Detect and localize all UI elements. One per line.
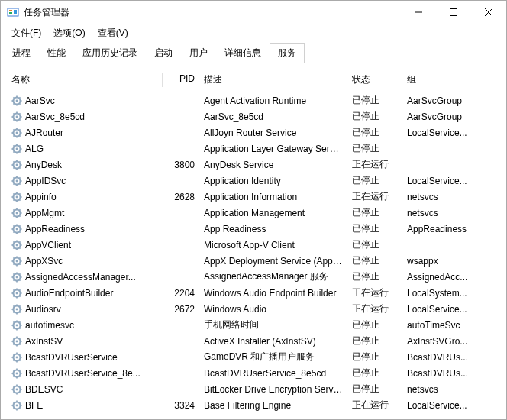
table-row[interactable]: Appinfo 2628 Application Information 正在运… <box>1 189 506 205</box>
table-row[interactable]: BDESVC BitLocker Drive Encryption Servic… <box>1 381 506 397</box>
gear-icon <box>11 304 22 315</box>
service-description: Microsoft App-V Client <box>199 238 347 252</box>
svg-line-85 <box>19 215 20 216</box>
svg-line-17 <box>19 97 20 98</box>
svg-point-199 <box>16 404 18 406</box>
service-status: 已停止 <box>347 108 402 124</box>
service-name: Audiosrv <box>25 304 61 315</box>
svg-line-195 <box>19 392 20 393</box>
svg-line-14 <box>13 97 14 98</box>
svg-line-154 <box>13 321 14 322</box>
svg-line-135 <box>19 296 20 296</box>
close-button[interactable] <box>471 1 506 24</box>
gear-icon <box>11 144 22 154</box>
table-row[interactable]: AppVClient Microsoft App-V Client 已停止 <box>1 237 506 253</box>
svg-line-64 <box>13 177 14 178</box>
table-row[interactable]: BcastDVRUserService_8e... BcastDVRUserSe… <box>1 365 506 381</box>
service-group: netsvcs <box>402 383 486 396</box>
service-description: Application Layer Gateway Service <box>199 142 347 156</box>
menu-options[interactable]: 选项(O) <box>47 25 91 39</box>
service-pid <box>163 179 199 183</box>
service-description: Agent Activation Runtime <box>199 94 347 108</box>
svg-line-24 <box>13 113 14 114</box>
svg-point-99 <box>16 244 18 246</box>
svg-line-27 <box>19 113 20 114</box>
service-group <box>402 147 486 150</box>
svg-line-184 <box>13 370 14 370</box>
service-name: BFE <box>25 400 43 411</box>
table-row[interactable]: ALG Application Layer Gateway Service 已停… <box>1 141 506 157</box>
tab-details[interactable]: 详细信息 <box>216 43 270 63</box>
gear-icon <box>11 352 22 363</box>
svg-line-55 <box>19 167 20 168</box>
table-row[interactable]: AarSvc_8e5cd AarSvc_8e5cd 已停止 AarSvcGrou… <box>1 108 506 124</box>
tab-processes[interactable]: 进程 <box>4 43 39 63</box>
service-pid: 3800 <box>163 158 199 172</box>
service-name: AarSvc <box>25 95 55 106</box>
service-status: 已停止 <box>347 269 402 285</box>
svg-line-25 <box>19 119 20 120</box>
table-row[interactable]: AudioEndpointBuilder 2204 Windows Audio … <box>1 285 506 301</box>
tab-services[interactable]: 服务 <box>270 43 305 63</box>
gear-icon <box>11 111 22 122</box>
table-row[interactable]: AppMgmt Application Management 已停止 netsv… <box>1 205 506 221</box>
svg-line-174 <box>13 354 14 354</box>
minimize-button[interactable] <box>401 1 436 24</box>
service-name: AppMgmt <box>25 208 64 218</box>
svg-line-156 <box>13 328 14 328</box>
menubar: 文件(F) 选项(O) 查看(V) <box>1 24 506 40</box>
service-group: LocalService... <box>402 302 486 316</box>
service-pid <box>163 340 199 343</box>
table-row[interactable]: AppXSvc AppX Deployment Service (AppX...… <box>1 253 506 269</box>
svg-line-34 <box>13 129 14 130</box>
service-status: 已停止 <box>347 124 402 141</box>
service-description: Windows Audio <box>199 302 347 316</box>
table-row[interactable]: AJRouter AllJoyn Router Service 已停止 Loca… <box>1 124 506 141</box>
service-status: 已停止 <box>347 221 402 237</box>
svg-line-97 <box>19 225 20 226</box>
tab-startup[interactable]: 启动 <box>146 43 181 63</box>
service-group: AxInstSVGro... <box>402 334 486 348</box>
column-pid[interactable]: PID <box>163 71 199 89</box>
table-row[interactable]: BcastDVRUserService GameDVR 和广播用户服务 已停止 … <box>1 349 506 365</box>
table-row[interactable]: autotimesvc 手机网络时间 已停止 autoTimeSvc <box>1 317 506 333</box>
table-row[interactable]: AarSvc Agent Activation Runtime 已停止 AarS… <box>1 92 506 108</box>
tab-performance[interactable]: 性能 <box>39 43 74 63</box>
tab-app-history[interactable]: 应用历史记录 <box>74 43 146 63</box>
table-row[interactable]: AppIDSvc Application Identity 已停止 LocalS… <box>1 173 506 189</box>
service-description: AarSvc_8e5cd <box>199 110 347 124</box>
service-status: 已停止 <box>347 333 402 349</box>
svg-line-166 <box>13 344 14 344</box>
service-pid <box>163 356 199 359</box>
table-row[interactable]: AxInstSV ActiveX Installer (AxInstSV) 已停… <box>1 333 506 349</box>
svg-line-116 <box>13 263 14 264</box>
column-description[interactable]: 描述 <box>199 71 347 89</box>
window-title: 任务管理器 <box>24 6 401 19</box>
column-name[interactable]: 名称 <box>1 71 163 89</box>
service-status: 已停止 <box>347 205 402 221</box>
svg-line-157 <box>19 321 20 322</box>
maximize-button[interactable] <box>436 1 471 24</box>
service-status: 正在运行 <box>347 301 402 317</box>
table-row[interactable]: AppReadiness App Readiness 已停止 AppReadin… <box>1 221 506 237</box>
table-row[interactable]: AssignedAccessManager... AssignedAccessM… <box>1 269 506 285</box>
svg-line-176 <box>13 360 14 360</box>
svg-line-16 <box>13 103 14 104</box>
tab-users[interactable]: 用户 <box>181 43 216 63</box>
service-name: AssignedAccessManager... <box>25 272 136 283</box>
service-pid: 2672 <box>163 302 199 316</box>
service-description: Application Identity <box>199 174 347 188</box>
menu-file[interactable]: 文件(F) <box>5 25 47 39</box>
column-group[interactable]: 组 <box>402 71 486 89</box>
menu-view[interactable]: 查看(V) <box>92 25 134 39</box>
service-name: AppIDSvc <box>25 176 66 186</box>
app-icon <box>7 6 19 18</box>
service-name: BDESVC <box>25 384 63 395</box>
svg-line-126 <box>13 279 14 280</box>
table-row[interactable]: Audiosrv 2672 Windows Audio 正在运行 LocalSe… <box>1 301 506 317</box>
column-status[interactable]: 状态 <box>347 71 402 89</box>
table-row[interactable]: AnyDesk 3800 AnyDesk Service 正在运行 <box>1 157 506 173</box>
service-description: AppX Deployment Service (AppX... <box>199 254 347 268</box>
svg-line-86 <box>13 215 14 216</box>
table-row[interactable]: BFE 3324 Base Filtering Engine 正在运行 Loca… <box>1 397 506 413</box>
